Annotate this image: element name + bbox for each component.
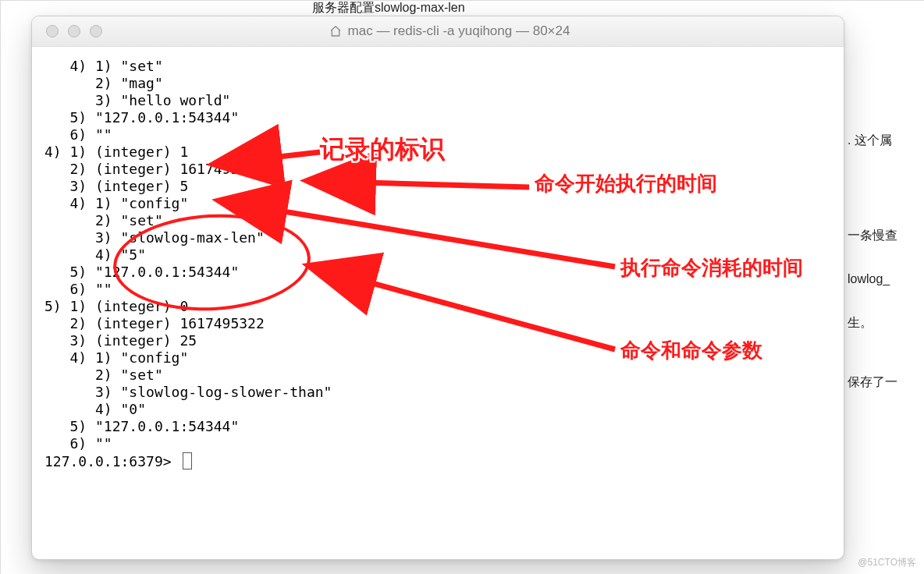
window-title: mac — redis-cli -a yuqihong — 80×24 <box>102 23 797 39</box>
close-icon[interactable] <box>46 25 59 37</box>
minimize-icon[interactable] <box>68 25 80 37</box>
terminal-window: mac — redis-cli -a yuqihong — 80×24 4) 1… <box>31 16 844 560</box>
terminal-output: 4) 1) "set" 2) "mag" 3) "hello world" 5)… <box>44 58 332 452</box>
bg-side-line: lowlog_ <box>848 264 924 307</box>
terminal-prompt: 127.0.0.1:6379> <box>44 453 179 469</box>
bg-side-line: . 这个属 <box>848 125 924 168</box>
bg-side-line: 一条慢查 <box>848 220 924 264</box>
zoom-icon[interactable] <box>90 25 102 37</box>
bg-side-line: 生。 <box>848 307 924 351</box>
cursor <box>183 452 192 469</box>
bg-side-line: 保存了一 <box>848 367 924 410</box>
terminal-body[interactable]: 4) 1) "set" 2) "mag" 3) "hello world" 5)… <box>32 47 844 483</box>
background-side-text: . 这个属 一条慢查 lowlog_ 生。 保存了一 <box>848 94 924 410</box>
background-header-text: 服务器配置slowlog-max-len <box>312 0 465 16</box>
watermark: @51CTO博客 <box>858 556 916 569</box>
home-icon <box>329 25 342 37</box>
traffic-lights <box>32 25 102 37</box>
window-title-text: mac — redis-cli -a yuqihong — 80×24 <box>348 23 570 39</box>
window-titlebar[interactable]: mac — redis-cli -a yuqihong — 80×24 <box>32 16 844 47</box>
